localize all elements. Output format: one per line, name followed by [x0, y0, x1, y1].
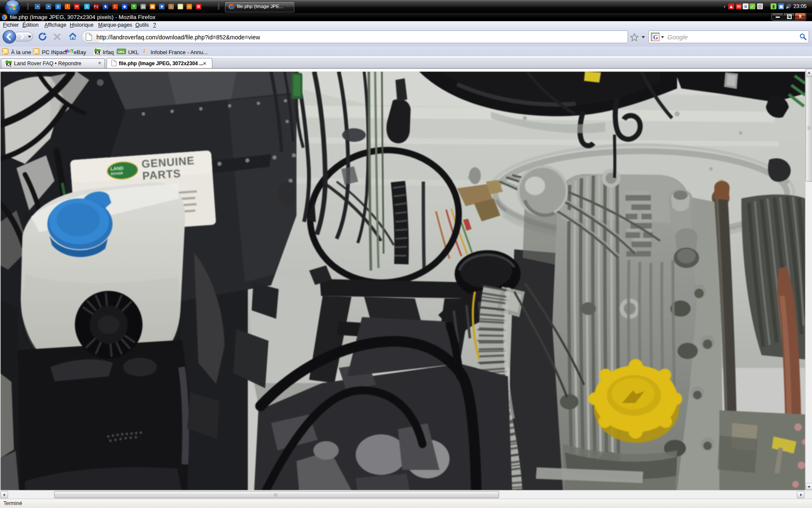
svg-text:FAQ: FAQ: [6, 64, 12, 67]
svg-text:FAQ: FAQ: [95, 52, 101, 55]
svg-text:LAND: LAND: [110, 166, 123, 171]
svg-text:PARTS: PARTS: [142, 167, 181, 182]
